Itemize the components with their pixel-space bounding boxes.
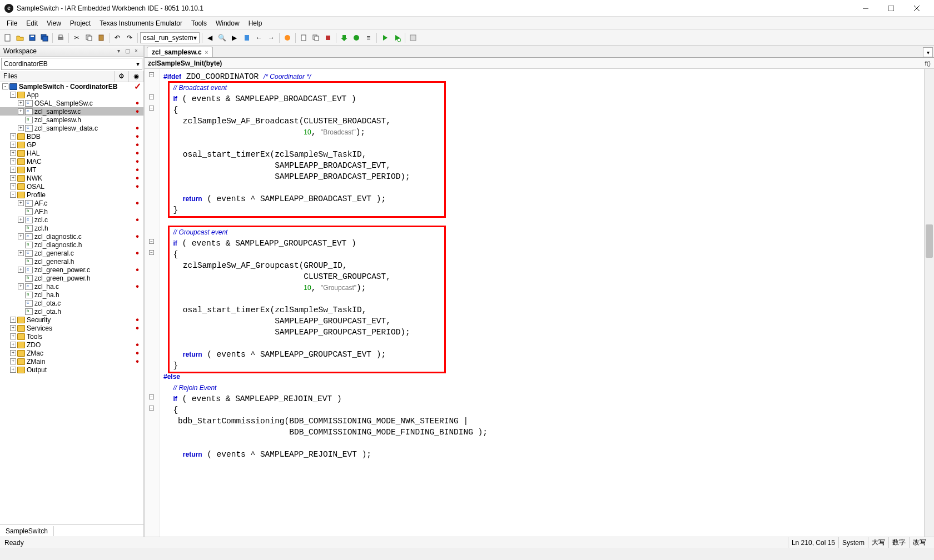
expand-icon[interactable]: + [18,233,24,239]
tree-item[interactable]: +OSAL• [0,182,143,191]
menu-file[interactable]: File [2,18,22,28]
expand-icon[interactable]: + [10,158,16,164]
menu-help[interactable]: Help [244,18,267,28]
fold-icon[interactable]: − [149,94,154,99]
stop-build-icon[interactable] [322,32,334,43]
tree-item[interactable]: +Services• [0,324,143,332]
fold-icon[interactable]: − [149,250,154,255]
make-icon[interactable] [310,32,321,43]
expand-icon[interactable]: - [2,83,8,89]
expand-icon[interactable]: + [18,100,24,106]
tree-item[interactable]: zcl_green_power.h [0,274,143,282]
find-icon[interactable]: 🔍 [217,32,228,43]
expand-icon[interactable]: + [10,333,16,339]
tree-item[interactable]: zcl_general.h [0,257,143,266]
expand-icon[interactable]: + [18,250,24,256]
tree-item[interactable]: AF.h [0,207,143,216]
expand-icon[interactable]: + [18,108,24,114]
paste-icon[interactable] [96,32,107,43]
redo-icon[interactable]: ↷ [124,32,135,43]
workspace-pin-icon[interactable]: ▢ [123,47,131,55]
workspace-close-icon[interactable]: × [132,47,140,55]
expand-icon[interactable]: + [10,133,16,139]
tree-item[interactable]: +zcl_green_power.c• [0,266,143,274]
tree-item[interactable]: zcl_ota.c [0,299,143,307]
col-mark-icon[interactable]: ◉ [129,71,143,82]
function-context[interactable]: zclSampleSw_Init(byte) [148,59,222,67]
expand-icon[interactable]: + [18,125,24,131]
save-all-icon[interactable] [39,32,50,43]
expand-icon[interactable]: + [10,350,16,356]
bookmark-next-icon[interactable]: → [266,32,277,43]
expand-icon[interactable]: - [10,92,16,98]
tree-item[interactable]: +ZMain• [0,357,143,366]
workspace-tab[interactable]: SampleSwitch [0,526,54,536]
fold-icon[interactable]: − [149,106,154,111]
menu-view[interactable]: View [42,18,66,28]
download-icon[interactable] [339,32,350,43]
tree-item[interactable]: -SampleSwitch - CoordinatorEB✓ [0,82,143,91]
expand-icon[interactable]: + [10,325,16,331]
function-list-icon[interactable]: f() [925,60,931,67]
cut-icon[interactable]: ✂ [71,32,82,43]
expand-icon[interactable]: + [18,217,24,223]
tree-item[interactable]: zcl_samplesw.h [0,116,143,124]
tree-item[interactable]: +Tools [0,332,143,341]
new-file-icon[interactable] [2,32,13,43]
options-icon[interactable]: ≡ [363,32,374,43]
expand-icon[interactable]: + [10,342,16,348]
editor-tab[interactable]: zcl_samplesw.c × [147,47,213,57]
fold-icon[interactable]: − [149,394,154,399]
compile-icon[interactable] [298,32,309,43]
expand-icon[interactable]: + [10,142,16,148]
minimize-button[interactable] [853,0,878,17]
nav-forward-icon[interactable]: ▶ [229,32,240,43]
tree-item[interactable]: +MAC• [0,157,143,166]
breakpoint-icon[interactable] [282,32,293,43]
expand-icon[interactable]: + [18,200,24,206]
tree-item[interactable]: zcl_diagnostic.h [0,241,143,249]
fold-icon[interactable]: − [149,239,154,244]
bookmark-prev-icon[interactable]: ← [254,32,265,43]
tree-item[interactable]: +ZDO• [0,341,143,349]
tree-item[interactable]: -Profile [0,191,143,199]
code-editor[interactable]: #ifdef ZDO_COORDINATOR /* Coordinator */… [160,69,924,537]
expand-icon[interactable]: + [18,283,24,289]
tree-item[interactable]: zcl.h [0,224,143,232]
workspace-tree[interactable]: -SampleSwitch - CoordinatorEB✓-App+OSAL_… [0,82,143,524]
menu-edit[interactable]: Edit [22,18,42,28]
expand-icon[interactable]: + [18,267,24,273]
expand-icon[interactable]: + [10,167,16,173]
editor-gutter[interactable]: − − − − − − − [145,69,160,537]
tree-item[interactable]: +zcl_samplesw.c• [0,107,143,116]
menu-window[interactable]: Window [211,18,244,28]
run-no-debug-icon[interactable] [391,32,403,43]
workspace-dropdown-icon[interactable]: ▾ [115,47,122,55]
tree-item[interactable]: zcl_ha.h [0,291,143,299]
copy-icon[interactable] [83,32,95,43]
tree-item[interactable]: +Output [0,366,143,374]
save-icon[interactable] [27,32,38,43]
function-combo[interactable]: osal_run_system▾ [140,32,200,43]
expand-icon[interactable]: + [10,367,16,373]
tree-item[interactable]: +AF.c• [0,199,143,207]
vertical-scrollbar[interactable] [924,69,934,537]
col-settings-icon[interactable]: ⚙ [115,71,129,82]
close-button[interactable] [904,0,930,17]
tree-item[interactable]: +zcl_samplesw_data.c• [0,124,143,132]
scrollbar-thumb[interactable] [926,224,933,258]
expand-icon[interactable]: + [10,175,16,181]
menu-project[interactable]: Project [66,18,95,28]
tree-item[interactable]: -App [0,91,143,99]
tree-item[interactable]: +zcl_diagnostic.c• [0,232,143,241]
expand-icon[interactable]: - [10,192,16,198]
nav-back-icon[interactable]: ◀ [205,32,216,43]
tree-item[interactable]: +zcl_general.c• [0,249,143,257]
close-tab-icon[interactable]: × [205,49,208,56]
maximize-button[interactable] [878,0,904,17]
tree-item[interactable]: +NWK• [0,174,143,182]
tree-item[interactable]: +MT• [0,166,143,174]
tree-item[interactable]: +Security• [0,316,143,324]
config-combo[interactable]: CoordinatorEB▾ [1,58,142,70]
col-files[interactable]: Files [0,71,115,82]
